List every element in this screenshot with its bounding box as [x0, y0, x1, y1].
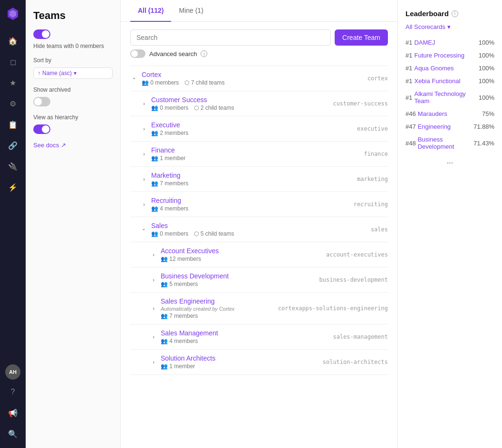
sales-engineering-members: 👥 7 members — [161, 313, 198, 319]
sales-engineering-meta: 👥 7 members — [161, 313, 275, 319]
lb-team-7[interactable]: Engineering — [418, 123, 473, 130]
lb-rank-6: #46 — [405, 110, 416, 117]
nav-home-icon[interactable]: 🏠 — [4, 32, 21, 49]
nav-favorites-icon[interactable]: ★ — [4, 74, 21, 91]
marketing-name[interactable]: Marketing — [151, 172, 354, 179]
account-executives-slug: account-executives — [326, 251, 388, 258]
account-executives-expand-button[interactable]: › — [149, 250, 158, 259]
marketing-expand-button[interactable]: › — [140, 175, 148, 183]
nav-reports-icon[interactable]: 📋 — [4, 116, 21, 133]
hide-zero-members-toggle[interactable] — [33, 29, 50, 39]
sales-name[interactable]: Sales — [151, 222, 368, 229]
nav-catalog-icon[interactable]: ◻ — [4, 53, 21, 70]
hierarchy-section: View as hierarchy — [33, 114, 113, 134]
account-executives-info: Account Executives 👥 12 members — [161, 247, 323, 262]
lb-entry-6: #46 Marauders 75% — [405, 107, 494, 120]
customer-success-name[interactable]: Customer Success — [151, 96, 330, 104]
sales-management-name[interactable]: Sales Management — [161, 329, 330, 337]
lb-pct-5: 100% — [479, 94, 494, 101]
solution-architects-expand-button[interactable]: › — [149, 358, 158, 366]
lb-team-1[interactable]: DAMEJ — [414, 39, 478, 46]
marketing-meta: 👥 7 members — [151, 180, 354, 187]
leaderboard-list: #1 DAMEJ 100% #1 Future Processing 100% … — [405, 36, 494, 153]
solution-architects-info: Solution Architects 👥 1 member — [161, 354, 320, 370]
lb-team-5[interactable]: Alkami Technology Team — [414, 90, 478, 105]
finance-expand-button[interactable]: › — [140, 150, 148, 158]
view-hierarchy-toggle[interactable] — [33, 124, 50, 134]
lb-rank-3: #1 — [405, 65, 412, 72]
sales-engineering-slug: cortexapps-solutions-engineering — [278, 305, 388, 312]
lb-team-6[interactable]: Marauders — [418, 110, 482, 117]
cortex-info: Cortex 👥 0 members ⬡ 7 child teams — [142, 71, 365, 86]
sort-section: Sort by ↑ Name (asc) ▾ — [33, 57, 113, 79]
content-area: Create Team Advanced search i › Cortex 👥… — [121, 22, 397, 448]
sales-meta: 👥 0 members ⬡ 5 child teams — [151, 230, 368, 237]
executive-expand-button[interactable]: › — [140, 124, 148, 133]
user-avatar[interactable]: AH — [5, 364, 20, 380]
lb-entry-8: #48 Business Development 71.43% — [405, 133, 494, 153]
lb-rank-2: #1 — [405, 52, 412, 59]
business-development-name[interactable]: Business Development — [161, 272, 317, 280]
recruiting-meta: 👥 4 members — [151, 205, 351, 212]
nav-integrations-icon[interactable]: 🔗 — [4, 137, 21, 154]
solution-architects-name[interactable]: Solution Architects — [161, 354, 320, 362]
tab-all[interactable]: All (112) — [130, 0, 171, 22]
executive-meta: 👥 2 members — [151, 130, 354, 136]
finance-name[interactable]: Finance — [151, 146, 361, 154]
advanced-search-toggle[interactable] — [130, 49, 145, 58]
cortex-name[interactable]: Cortex — [142, 71, 365, 78]
sort-value: Name (asc) — [42, 70, 72, 76]
finance-slug: finance — [364, 151, 388, 157]
marketing-info: Marketing 👥 7 members — [151, 172, 354, 187]
nav-plugins-icon[interactable]: 🔌 — [4, 158, 21, 175]
list-item: › Marketing 👥 7 members marketing — [130, 167, 388, 191]
lb-rank-1: #1 — [405, 39, 412, 46]
lb-team-2[interactable]: Future Processing — [414, 52, 478, 59]
nav-alerts-icon[interactable]: ⚡ — [4, 179, 21, 196]
recruiting-expand-button[interactable]: › — [140, 200, 148, 209]
leaderboard-info-icon[interactable]: i — [452, 10, 458, 17]
finance-info: Finance 👥 1 member — [151, 146, 361, 162]
create-team-button[interactable]: Create Team — [335, 29, 388, 46]
business-development-expand-button[interactable]: › — [149, 276, 158, 284]
marketing-slug: marketing — [357, 176, 388, 182]
lb-pct-4: 100% — [479, 77, 494, 85]
sales-engineering-expand-button[interactable]: › — [149, 304, 158, 313]
advanced-search-info-icon[interactable]: i — [201, 50, 207, 57]
lb-entry-7: #47 Engineering 71.88% — [405, 120, 494, 133]
sort-button[interactable]: ↑ Name (asc) ▾ — [33, 67, 113, 79]
scorecards-dropdown-button[interactable]: All Scorecards ▾ — [405, 23, 494, 30]
executive-members: 👥 2 members — [151, 130, 188, 136]
cortex-expand-button[interactable]: › — [130, 74, 139, 83]
lb-rank-7: #47 — [405, 123, 416, 130]
logo[interactable] — [5, 6, 20, 21]
tab-mine[interactable]: Mine (1) — [171, 0, 211, 22]
search-input[interactable] — [130, 29, 331, 46]
nav-announcement-icon[interactable]: 📢 — [4, 404, 21, 421]
list-item: › Sales Management 👥 4 members sales-man… — [130, 324, 388, 349]
cortex-members: 👥 0 members — [142, 79, 179, 86]
account-executives-name[interactable]: Account Executives — [161, 247, 323, 255]
sales-engineering-name[interactable]: Sales Engineering — [161, 297, 275, 305]
sales-management-expand-button[interactable]: › — [149, 333, 158, 341]
see-docs-link[interactable]: See docs ↗ — [33, 142, 113, 149]
lb-team-4[interactable]: Xebia Functional — [414, 77, 478, 85]
recruiting-name[interactable]: Recruiting — [151, 197, 351, 204]
see-docs-label: See docs — [33, 142, 59, 149]
customer-success-expand-button[interactable]: › — [140, 99, 148, 108]
lb-entry-2: #1 Future Processing 100% — [405, 49, 494, 62]
nav-help-icon[interactable]: ? — [4, 383, 21, 400]
nav-search-icon[interactable]: 🔍 — [4, 425, 21, 442]
executive-slug: executive — [357, 125, 388, 132]
show-archived-toggle[interactable] — [33, 97, 50, 106]
hierarchy-label: View as hierarchy — [33, 114, 113, 121]
lb-team-3[interactable]: Aqua Gnomes — [414, 65, 478, 72]
sales-child-teams: ⬡ 5 child teams — [194, 230, 234, 237]
executive-name[interactable]: Executive — [151, 121, 354, 129]
list-item: › Account Executives 👥 12 members accoun… — [130, 242, 388, 267]
sales-slug: sales — [371, 226, 388, 233]
sales-expand-button[interactable]: › — [140, 225, 148, 234]
nav-settings-icon[interactable]: ⚙ — [4, 95, 21, 112]
main-content: All (112) Mine (1) Create Team Advanced … — [121, 0, 397, 448]
lb-team-8[interactable]: Business Development — [418, 136, 473, 150]
